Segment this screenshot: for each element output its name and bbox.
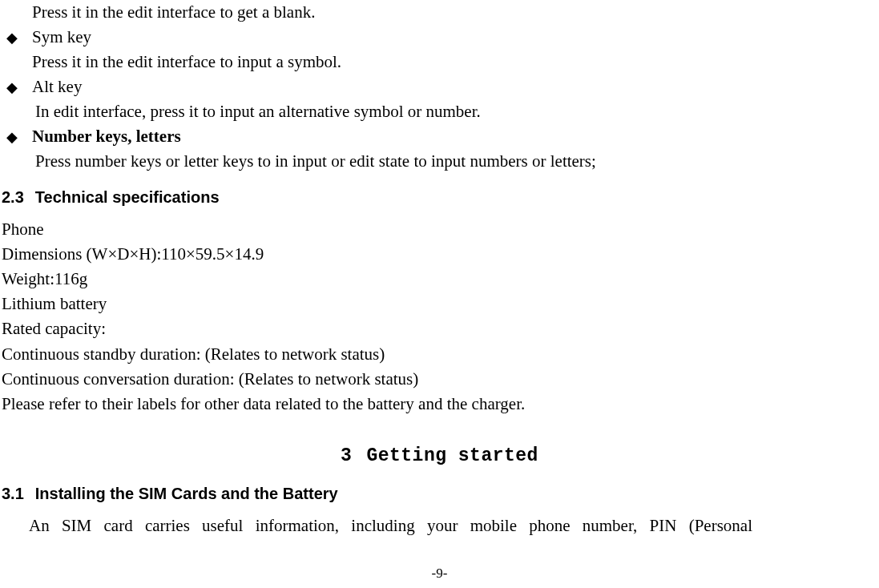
prev-item-description: Press it in the edit interface to get a …	[0, 0, 879, 25]
spec-conversation: Continuous conversation duration: (Relat…	[0, 367, 879, 392]
diamond-bullet-icon: ◆	[3, 127, 32, 148]
page-number: -9-	[0, 563, 879, 583]
sym-key-title: Sym key	[32, 25, 879, 50]
list-item: ◆ Sym key	[0, 25, 879, 50]
diamond-bullet-icon: ◆	[3, 77, 32, 99]
spec-dimensions: Dimensions (W×D×H):110×59.5×14.9	[0, 242, 879, 267]
spec-capacity: Rated capacity:	[0, 316, 879, 341]
number-keys-title: Number keys, letters	[32, 124, 879, 149]
section-3-1-body: An SIM card carries useful information, …	[0, 513, 879, 538]
alt-key-title: Alt key	[32, 75, 879, 99]
spec-standby: Continuous standby duration: (Relates to…	[0, 342, 879, 367]
section-title: Installing the SIM Cards and the Battery	[35, 485, 338, 502]
section-heading-3-1: 3.1Installing the SIM Cards and the Batt…	[0, 482, 879, 506]
chapter-title: Getting started	[366, 445, 538, 466]
alt-key-description: In edit interface, press it to input an …	[0, 99, 879, 124]
section-number: 3.1	[2, 482, 24, 506]
section-number: 2.3	[2, 186, 24, 210]
spec-weight: Weight:116g	[0, 267, 879, 292]
spec-phone: Phone	[0, 217, 879, 242]
diamond-bullet-icon: ◆	[3, 27, 32, 49]
chapter-number: 3	[341, 442, 352, 469]
chapter-heading-3: 3Getting started	[0, 442, 879, 469]
section-title: Technical specifications	[35, 188, 220, 206]
list-item: ◆ Number keys, letters	[0, 124, 879, 149]
spec-refer: Please refer to their labels for other d…	[0, 392, 879, 417]
spec-battery: Lithium battery	[0, 292, 879, 316]
list-item: ◆ Alt key	[0, 75, 879, 99]
section-heading-2-3: 2.3Technical specifications	[0, 186, 879, 210]
sym-key-description: Press it in the edit interface to input …	[0, 50, 879, 75]
number-keys-description: Press number keys or letter keys to in i…	[0, 149, 879, 174]
